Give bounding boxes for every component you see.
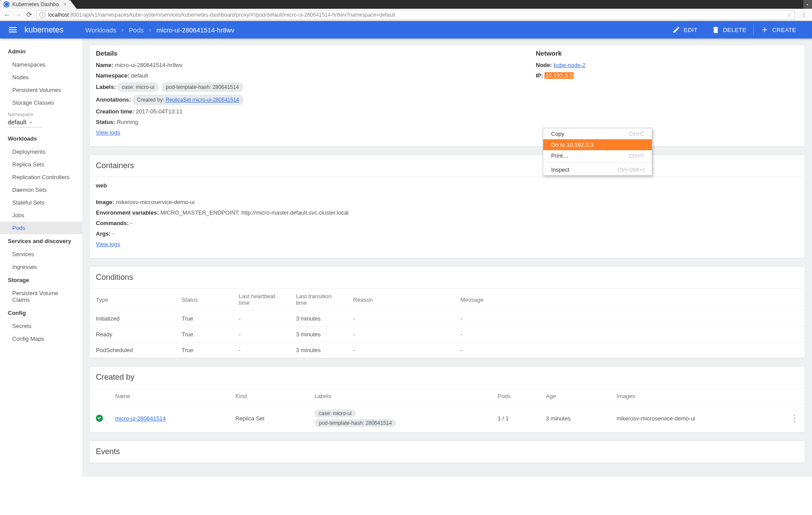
sidebar-item-persistent-volumes[interactable]: Persistent Volumes <box>0 84 82 96</box>
menu-icon[interactable] <box>9 27 17 32</box>
table-row: micro-ui-280641514 Replica Set case: mic… <box>90 404 805 433</box>
row-menu-icon[interactable]: ⋮ <box>791 414 798 423</box>
sidebar-item-jobs[interactable]: Jobs <box>0 209 82 222</box>
sidebar-item-secrets[interactable]: Secrets <box>0 320 82 332</box>
sidebar-item-namespaces[interactable]: Namespaces <box>0 58 82 71</box>
field-namespace: Namespace: default <box>96 72 536 80</box>
column-header: Reason <box>347 289 454 311</box>
containers-card: Containers web Image: mike/osv-microserv… <box>89 155 805 258</box>
createdby-table: Name Kind Labels Pods Age Images micro-u… <box>90 388 805 432</box>
crumb-workloads[interactable]: Workloads <box>85 26 116 34</box>
plus-icon <box>761 26 769 34</box>
browser-menu-icon[interactable]: ⋮ <box>799 11 808 18</box>
delete-button[interactable]: DELETE <box>705 21 754 39</box>
context-menu-item[interactable]: Print…Ctrl+P <box>543 150 652 161</box>
sidebar: Admin NamespacesNodesPersistent VolumesS… <box>0 39 82 477</box>
tab-title: Kubernetes Dashbo <box>12 1 59 7</box>
sidebar-item-ingresses[interactable]: Ingresses <box>0 261 82 273</box>
field-commands: Commands: - <box>96 219 798 227</box>
context-menu-item[interactable]: CopyCtrl+C <box>543 128 652 139</box>
sidebar-item-pods[interactable]: Pods <box>0 222 82 234</box>
crumb-current: micro-ui-280641514-hr8wv <box>156 26 234 34</box>
close-tab-icon[interactable]: × <box>63 1 67 7</box>
chevron-down-icon: ▾ <box>30 120 32 125</box>
edit-button[interactable]: EDIT <box>665 21 705 39</box>
label-pill: pod-template-hash: 280641514 <box>314 419 396 427</box>
field-args: Args: - <box>96 230 798 238</box>
namespace-select[interactable]: default ▾ <box>8 119 43 127</box>
replicaset-link[interactable]: ReplicaSet micro-ui-280641514 <box>165 97 239 103</box>
sidebar-item-storage-classes[interactable]: Storage Classes <box>0 96 82 109</box>
chevron-right-icon: › <box>122 26 124 33</box>
label-pill: case: micro-ui <box>117 82 159 92</box>
table-row: InitializedTrue-3 minutes-- <box>90 311 805 327</box>
context-menu-item[interactable]: InspectCtrl+Shift+I <box>543 164 652 175</box>
header-actions: EDIT DELETE CREATE <box>665 21 803 39</box>
breadcrumb: Workloads › Pods › micro-ui-280641514-hr… <box>85 26 235 34</box>
kubernetes-favicon <box>4 1 10 7</box>
network-heading: Network <box>536 49 798 57</box>
create-button[interactable]: CREATE <box>754 21 803 39</box>
view-logs-link[interactable]: View logs <box>96 129 120 136</box>
label-pill: pod-template-hash: 280641514 <box>162 82 243 92</box>
sidebar-item-replication-controllers[interactable]: Replication Controllers <box>0 171 82 183</box>
sidebar-item-stateful-sets[interactable]: Stateful Sets <box>0 196 82 209</box>
field-annotations: Annotations: Created by: ReplicaSet micr… <box>96 95 536 105</box>
sidebar-item-deployments[interactable]: Deployments <box>0 145 82 158</box>
separator <box>543 162 652 163</box>
reload-button[interactable]: ⟳ <box>26 11 32 19</box>
trash-icon <box>712 26 720 34</box>
browser-tab-strip: Kubernetes Dashbo × ▪ <box>0 0 812 9</box>
sidebar-heading-services: Services and discovery <box>0 234 82 248</box>
table-row: ReadyTrue-3 minutes-- <box>90 327 805 342</box>
address-bar[interactable]: i localhost :8001/api/v1/namespaces/kube… <box>36 10 795 20</box>
chevron-right-icon: › <box>149 26 151 33</box>
sidebar-item-config-maps[interactable]: Config Maps <box>0 332 82 345</box>
sidebar-item-daemon-sets[interactable]: Daemon Sets <box>0 183 82 196</box>
sidebar-item-replica-sets[interactable]: Replica Sets <box>0 158 82 171</box>
resource-link[interactable]: micro-ui-280641514 <box>115 415 166 422</box>
back-button[interactable]: ← <box>4 11 11 19</box>
label-pill: case: micro-ui <box>314 409 356 417</box>
url-host: localhost <box>48 12 69 18</box>
bookmark-icon[interactable]: ☆ <box>787 12 792 18</box>
column-header: Type <box>90 289 176 311</box>
sidebar-heading-storage: Storage <box>0 273 82 287</box>
sidebar-heading-workloads: Workloads <box>0 132 82 145</box>
context-menu: CopyCtrl+CGo to 10.192.3.3Print…Ctrl+PIn… <box>543 128 652 176</box>
crumb-pods[interactable]: Pods <box>129 26 144 34</box>
status-ok-icon <box>96 415 103 422</box>
field-node: Node: kube-node-2 <box>536 61 798 69</box>
column-header: Message <box>454 289 805 311</box>
details-heading: Details <box>96 49 536 57</box>
sidebar-item-persistent-volume-claims[interactable]: Persistent Volume Claims <box>0 287 82 306</box>
app-header: kubernetes Workloads › Pods › micro-ui-2… <box>0 21 812 39</box>
field-image: Image: mike/osv-microservice-demo-ui <box>96 198 798 206</box>
context-menu-item[interactable]: Go to 10.192.3.3 <box>543 139 652 150</box>
sidebar-item-nodes[interactable]: Nodes <box>0 71 82 84</box>
column-header: Last heartbeat time <box>233 289 290 311</box>
url-path: :8001/api/v1/namespaces/kube-system/serv… <box>69 12 395 18</box>
browser-user-icon[interactable]: ▪ <box>803 0 812 9</box>
field-ip: IP: 10.192.3.3 <box>536 72 798 80</box>
sidebar-heading-admin: Admin <box>0 45 82 58</box>
forward-button: → <box>15 11 22 19</box>
sidebar-item-services[interactable]: Services <box>0 248 82 261</box>
field-status: Status: Running <box>96 118 536 126</box>
events-card: Events <box>89 441 805 463</box>
browser-tab[interactable]: Kubernetes Dashbo × <box>0 0 70 9</box>
ip-value-highlighted[interactable]: 10.192.3.3 <box>545 72 573 79</box>
sidebar-heading-config: Config <box>0 306 82 320</box>
conditions-heading: Conditions <box>90 267 805 289</box>
column-header: Status <box>176 289 233 311</box>
field-name: Name: micro-ui-280641514-hr8wv <box>96 61 536 69</box>
main-content: Details Name: micro-ui-280641514-hr8wv N… <box>82 39 812 477</box>
createdby-card: Created by Name Kind Labels Pods Age Ima… <box>89 366 805 433</box>
view-logs-link[interactable]: View logs <box>96 241 120 247</box>
node-link[interactable]: kube-node-2 <box>553 62 585 68</box>
field-creation-time: Creation time: 2017-05-04T13:11 <box>96 108 536 116</box>
app-title: kubernetes <box>25 25 63 35</box>
table-row: PodScheduledTrue-3 minutes-- <box>90 342 805 358</box>
site-info-icon[interactable]: i <box>39 12 46 18</box>
conditions-card: Conditions TypeStatusLast heartbeat time… <box>89 266 805 358</box>
